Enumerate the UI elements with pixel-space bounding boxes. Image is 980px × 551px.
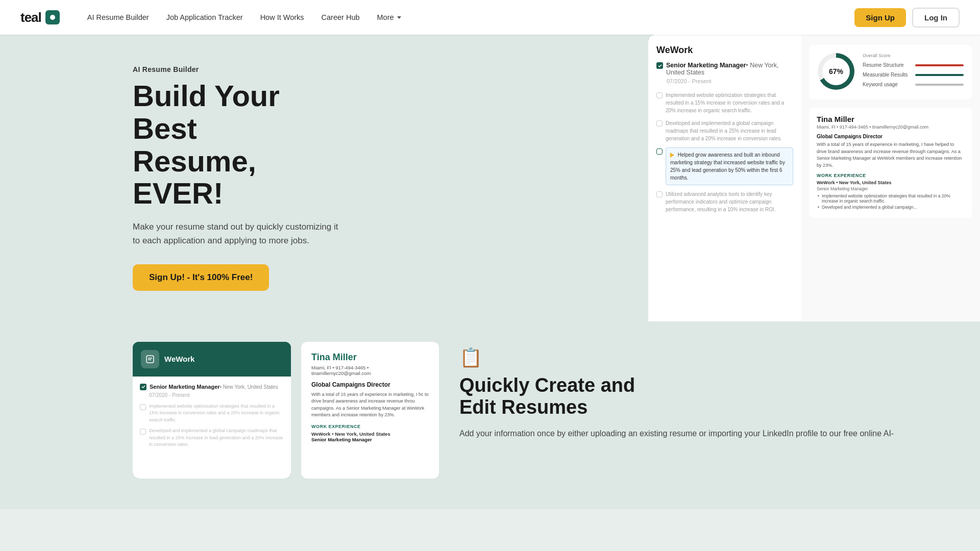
nav-link-more[interactable]: More <box>370 9 408 26</box>
lower-info-icon: 📋 <box>459 347 939 368</box>
lower-section: WeWork Senior Marketing Manager• New Yor… <box>0 321 980 509</box>
demo-company-name: WeWork <box>656 45 793 56</box>
demo-score-metric-1: Resume Structure <box>863 62 964 68</box>
svg-point-0 <box>50 15 55 20</box>
chevron-down-icon <box>397 16 401 19</box>
hero-demo-card: WeWork Senior Marketing Manager• New Yor… <box>648 35 980 321</box>
demo-work-exp-label: WORK EXPERIENCE <box>817 173 965 178</box>
logo[interactable]: teal <box>20 10 60 26</box>
demo-resume-name: Tina Miller <box>817 115 965 123</box>
demo-bullet-3-active: Helped grow awareness and built an inbou… <box>656 147 793 185</box>
nav-link-job-application-tracker[interactable]: Job Application Tracker <box>159 9 250 26</box>
lower-tina-role: Global Campaigns Director <box>311 381 429 388</box>
nav-link-ai-resume-builder[interactable]: AI Resume Builder <box>80 9 156 26</box>
demo-work-bullet-1: Implemented website optimization strateg… <box>817 193 965 204</box>
lower-bullet-2: Developed and implemented a global campa… <box>140 428 284 448</box>
demo-score-circle: 67% <box>818 53 854 90</box>
demo-work-bullet-2: Developed and implemented a global campa… <box>817 205 965 210</box>
lower-tina-company: WeWork • New York, United States <box>311 431 429 437</box>
svg-rect-1 <box>146 356 154 363</box>
demo-score-metric-3: Keyword usage <box>863 82 964 87</box>
hero-label: AI Resume Builder <box>133 65 347 73</box>
demo-date: 07/2020 - Present <box>656 78 793 84</box>
navbar: teal AI Resume Builder Job Application T… <box>0 0 980 35</box>
demo-resume-preview: Tina Miller Miami, Fl • 917-494-3465 • t… <box>810 108 972 218</box>
demo-bullet-4: Utilized advanced analytics tools to ide… <box>656 190 793 213</box>
lower-tina-contact: Miami, Fl • 917-494-3465 • tinamillernyc… <box>311 365 429 376</box>
lower-date: 07/2020 - Present <box>140 392 284 398</box>
demo-bullet-1: Implemented website optimization strateg… <box>656 91 793 114</box>
demo-job-title: Senior Marketing Manager• New York, Unit… <box>656 62 793 76</box>
demo-resume-contact: Miami, Fl • 917-494-3465 • tinamillernyc… <box>817 124 965 130</box>
hero-cta-button[interactable]: Sign Up! - It's 100% Free! <box>133 264 269 291</box>
demo-score-section: 67% Overall Score Resume Structure Measu… <box>810 45 972 99</box>
demo-score-labels: Overall Score Resume Structure Measurabl… <box>863 53 964 91</box>
lower-tina-position: Senior Marketing Manager <box>311 437 429 442</box>
lower-check-icon <box>140 384 146 390</box>
login-button[interactable]: Log In <box>912 8 960 28</box>
lower-info-section: 📋 Quickly Create and Edit Resumes Add yo… <box>449 342 939 479</box>
nav-actions: Sign Up Log In <box>854 8 960 28</box>
hero-title: Build Your Best Resume, EVER! <box>133 80 347 210</box>
lower-job-title: Senior Marketing Manager• New York, Unit… <box>140 384 284 390</box>
demo-work-company: WeWork • New York, United States <box>817 180 965 185</box>
nav-link-career-hub[interactable]: Career Hub <box>314 9 367 26</box>
demo-bullet-2: Developed and implemented a global campa… <box>656 119 793 142</box>
demo-check-icon <box>656 62 663 69</box>
cursor-icon <box>670 153 674 158</box>
lower-tina-summary: With a total of 15 years of experience i… <box>311 391 429 419</box>
lower-resume-card: WeWork Senior Marketing Manager• New Yor… <box>133 342 291 479</box>
logo-text: teal <box>20 10 41 26</box>
hero-content: AI Resume Builder Build Your Best Resume… <box>0 65 347 321</box>
demo-resume-editor: WeWork Senior Marketing Manager• New Yor… <box>648 35 801 321</box>
lower-info-description: Add your information once by either uplo… <box>459 427 939 440</box>
hero-subtitle: Make your resume stand out by quickly cu… <box>133 220 347 247</box>
demo-score-metric-2: Measurable Results <box>863 72 964 78</box>
lower-info-title: Quickly Create and Edit Resumes <box>459 374 939 419</box>
signup-button[interactable]: Sign Up <box>854 8 906 27</box>
lower-tina-card: Tina Miller Miami, Fl • 917-494-3465 • t… <box>301 342 439 479</box>
nav-link-how-it-works[interactable]: How It Works <box>253 9 311 26</box>
logo-icon <box>45 10 60 24</box>
demo-resume-summary: With a total of 15 years of experience i… <box>817 141 965 169</box>
demo-score-value: 67% <box>822 58 850 85</box>
lower-card-header: WeWork <box>133 342 291 377</box>
nav-links: AI Resume Builder Job Application Tracke… <box>80 9 855 26</box>
demo-right-panel: 67% Overall Score Resume Structure Measu… <box>801 35 980 321</box>
demo-work-position: Senior Marketing Manager <box>817 186 965 191</box>
lower-tina-name: Tina Miller <box>311 352 429 363</box>
lower-card-body: Senior Marketing Manager• New York, Unit… <box>133 377 291 479</box>
lower-company-name: WeWork <box>164 355 194 363</box>
lower-bullet-1: Implemented website optimization strateg… <box>140 403 284 424</box>
lower-tina-work-label: WORK EXPERIENCE <box>311 424 429 429</box>
hero-section: AI Resume Builder Build Your Best Resume… <box>0 35 980 321</box>
lower-card-icon <box>141 350 159 368</box>
demo-resume-role: Global Campaigns Director <box>817 134 965 139</box>
